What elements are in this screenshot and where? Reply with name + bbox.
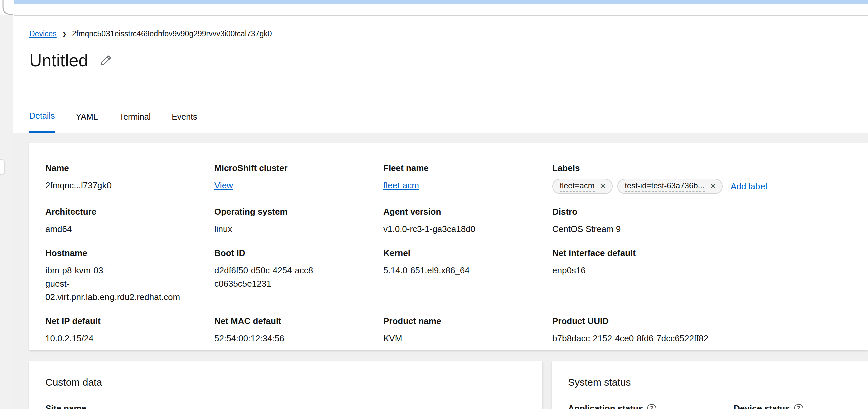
field-label: Name [45,163,214,174]
custom-data-card: Custom data Site name [29,361,542,409]
drawer-toggle-tab[interactable] [0,159,5,175]
close-icon[interactable]: ✕ [709,183,717,190]
field-label: Net MAC default [214,316,383,327]
tab-details[interactable]: Details [29,110,55,133]
window-corner-border [0,0,14,17]
field-label: Site name [45,403,87,409]
label-chip: fleet=acm ✕ [552,179,613,194]
field-hostname: Hostname ibm-p8-kvm-03- guest- 02.virt.p… [45,247,214,304]
pencil-icon [99,54,112,67]
breadcrumb-devices-link[interactable]: Devices [29,29,57,38]
field-product-name: Product name KVM [383,316,552,345]
field-label: Net interface default [552,247,852,259]
field-label: Hostname [45,247,214,259]
field-value: 2fmqnc...l737gk0 [45,179,214,192]
field-agent-version: Agent version v1.0.0-rc3-1-ga3ca18d0 [383,206,552,236]
labels-group: fleet=acm ✕ test-id=test-63a736b... ✕ Ad… [552,179,852,194]
label-chip-text: fleet=acm [560,181,595,192]
field-distro: Distro CentOS Stream 9 [552,206,852,236]
field-value: 52:54:00:12:34:56 [214,332,383,345]
field-name: Name 2fmqnc...l737gk0 [45,163,214,194]
edit-title-button[interactable] [99,54,112,67]
add-label-button[interactable]: Add label [731,181,767,192]
field-label: Net IP default [45,316,214,327]
field-fleet-name: Fleet name fleet-acm [383,163,552,194]
field-value: KVM [383,332,552,345]
field-label: Architecture [45,206,214,217]
page-title: Untitled [29,49,88,71]
field-labels: Labels fleet=acm ✕ test-id=test-63a736b.… [552,163,852,194]
title-row: Untitled [29,49,112,71]
field-label: Boot ID [214,247,383,259]
system-status-title: System status [568,377,868,388]
chevron-right-icon: ❯ [62,30,67,38]
field-label: Fleet name [383,163,552,174]
device-status-label: Device status ? [734,403,868,409]
system-status-card: System status Application status ? Devic… [552,361,868,409]
field-label: Product UUID [552,316,852,327]
device-details-card: Name 2fmqnc...l737gk0 MicroShift cluster… [29,143,868,350]
field-label: Product name [383,316,552,327]
field-value: 5.14.0-651.el9.x86_64 [383,264,552,277]
field-label: Kernel [383,247,552,259]
content-section: Name 2fmqnc...l737gk0 MicroShift cluster… [13,133,868,409]
field-net-interface-default: Net interface default enp0s16 [552,247,852,304]
field-value: ibm-p8-kvm-03- guest- 02.virt.pnr.lab.en… [45,264,214,304]
tab-events[interactable]: Events [172,110,197,133]
field-label: Device status [734,403,790,409]
field-value: d2df6f50-d50c-4254-acc8- c0635c5e1231 [214,264,383,290]
label-chip: test-id=test-63a736b... ✕ [617,179,723,194]
field-architecture: Architecture amd64 [45,206,214,236]
field-value: amd64 [45,222,214,236]
field-boot-id: Boot ID d2df6f50-d50c-4254-acc8- c0635c5… [214,247,383,304]
field-value: 10.0.2.15/24 [45,332,214,345]
description-list: Name 2fmqnc...l737gk0 MicroShift cluster… [29,143,868,353]
question-circle-icon[interactable]: ? [794,404,803,409]
main-area: Devices ❯ 2fmqnc5031eisstrc469edhfov9v90… [13,0,868,409]
field-label: Operating system [214,206,383,217]
field-value: CentOS Stream 9 [552,222,852,236]
field-net-mac-default: Net MAC default 52:54:00:12:34:56 [214,316,383,345]
status-columns: Application status ? Device status ? [568,388,868,409]
field-label: Agent version [383,206,552,217]
tab-terminal[interactable]: Terminal [119,110,151,133]
tab-yaml[interactable]: YAML [76,110,98,133]
site-name-label: Site name [45,403,526,409]
field-label: Labels [552,163,852,174]
breadcrumb-device-id: 2fmqnc5031eisstrc469edhfov9v90g299rvvv3i… [72,29,272,38]
application-status-label: Application status ? [568,403,734,409]
field-operating-system: Operating system linux [214,206,383,236]
tab-bar: Details YAML Terminal Events [29,110,218,133]
field-label: MicroShift cluster [214,163,383,174]
view-cluster-link[interactable]: View [214,180,233,191]
info-banner [14,0,868,4]
custom-data-title: Custom data [45,377,526,388]
field-microshift-cluster: MicroShift cluster View [214,163,383,194]
masthead-divider [14,15,868,16]
field-label: Distro [552,206,852,217]
left-window-strip [0,0,13,409]
label-chip-text: test-id=test-63a736b... [625,181,705,192]
field-value: b7b8dacc-2152-4ce0-8fd6-7dcc6522ff82 [552,332,852,345]
field-net-ip-default: Net IP default 10.0.2.15/24 [45,316,214,345]
field-label: Application status [568,403,643,409]
field-value: v1.0.0-rc3-1-ga3ca18d0 [383,222,552,236]
field-kernel: Kernel 5.14.0-651.el9.x86_64 [383,247,552,304]
breadcrumb: Devices ❯ 2fmqnc5031eisstrc469edhfov9v90… [29,29,272,38]
field-product-uuid: Product UUID b7b8dacc-2152-4ce0-8fd6-7dc… [552,316,852,345]
fleet-link[interactable]: fleet-acm [383,180,419,191]
field-value: linux [214,222,383,236]
close-icon[interactable]: ✕ [599,183,607,190]
field-value: enp0s16 [552,264,852,277]
question-circle-icon[interactable]: ? [647,404,656,409]
